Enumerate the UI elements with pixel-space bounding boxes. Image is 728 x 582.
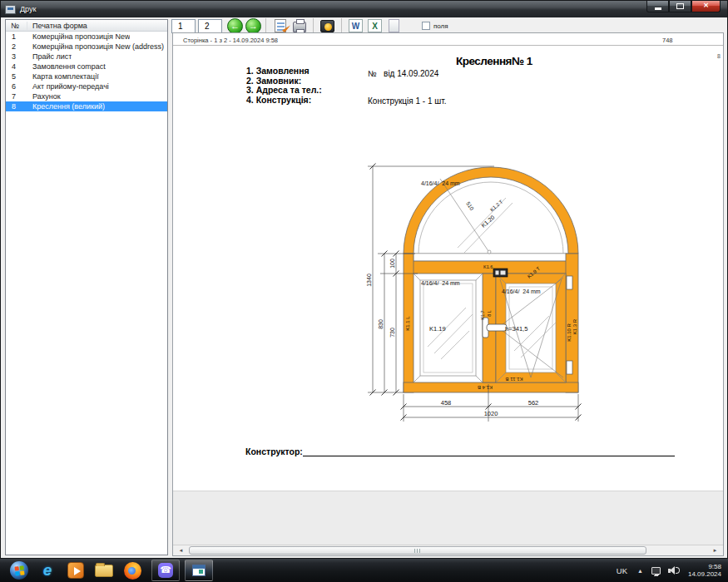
printer-icon: [293, 22, 306, 32]
label-k1-3r: K1.3 R: [572, 318, 577, 334]
print-dialog-window: Друк ✕ № Печатна форма 1Комерційна пропо…: [0, 0, 728, 559]
order-number-line: № від 14.09.2024: [368, 69, 438, 78]
list-item[interactable]: 6Акт прийому-передачі: [6, 81, 167, 91]
media-player-taskbar-button[interactable]: [62, 560, 90, 581]
list-item[interactable]: 4Замовлення compact: [6, 62, 167, 72]
horizontal-scrollbar[interactable]: ◄ ►: [173, 545, 723, 555]
active-app-taskbar-button[interactable]: [185, 560, 213, 581]
excel-export-button[interactable]: X: [366, 17, 384, 34]
glass-label-arch: 4/16/4/ 24 mm: [421, 180, 460, 186]
image-icon: [320, 20, 334, 32]
dim-label-830: 830: [378, 319, 384, 329]
list-item[interactable]: 3Прайс лист: [6, 52, 167, 62]
word-icon: W: [349, 19, 363, 32]
folder-icon: [95, 565, 113, 577]
side-marker: 8: [717, 53, 721, 59]
document-field-list: 1. Замовлення 2. Замовник: 3. Адреса та …: [246, 67, 322, 105]
taskbar: e ☎ UK ▲ 9:58 14.09.2024: [0, 559, 728, 582]
maximize-button[interactable]: [669, 1, 691, 12]
page-icon: [389, 19, 399, 32]
ie-taskbar-button[interactable]: e: [33, 560, 62, 581]
left-pane: [414, 274, 483, 382]
list-item-selected[interactable]: 8Креслення (великий): [6, 101, 167, 111]
label-k1-19: K1.19: [429, 325, 446, 333]
scrollbar-thumb[interactable]: [189, 546, 646, 555]
tray-expand-icon[interactable]: ▲: [637, 568, 643, 574]
label-handle-height: h=341,5: [505, 325, 527, 333]
prev-page-button[interactable]: ←: [227, 18, 243, 34]
document-title: Креслення№ 1: [456, 55, 532, 67]
app-icon: [5, 5, 16, 14]
header-form: Печатна форма: [27, 22, 87, 30]
network-tray-icon[interactable]: [651, 567, 661, 575]
glass-label-right: 4/16/4/ 24 mm: [502, 289, 541, 294]
constructor-label: Конструктор:: [245, 446, 303, 456]
dim-label-730: 730: [389, 328, 395, 338]
label-k1-7: K1.7: [480, 310, 485, 319]
scroll-left-arrow[interactable]: ◄: [175, 546, 187, 555]
start-button[interactable]: [5, 560, 33, 581]
dim-label-1020: 1020: [484, 410, 498, 417]
hardware-badge: [493, 269, 508, 277]
report-designer-button[interactable]: [271, 17, 289, 34]
preview-toolbar: ← → W X поля: [171, 17, 723, 34]
next-page-button[interactable]: →: [245, 18, 261, 34]
plain-page-button[interactable]: [385, 17, 403, 34]
list-item[interactable]: 7Рахунок: [6, 91, 167, 101]
tray-clock[interactable]: 9:58 14.09.2024: [688, 563, 721, 578]
construction-line: Конструкція 1 - 1 шт.: [368, 96, 447, 106]
list-item[interactable]: 5Карта комплектації: [6, 72, 167, 81]
firefox-taskbar-button[interactable]: [118, 560, 146, 581]
fields-checkbox[interactable]: [422, 22, 430, 30]
header-num: №: [6, 22, 27, 30]
viber-taskbar-button[interactable]: ☎: [151, 560, 180, 581]
page-total-input[interactable]: [198, 19, 222, 33]
print-forms-list: № Печатна форма 1Комерційна пропозиція N…: [5, 19, 168, 555]
explorer-taskbar-button[interactable]: [90, 560, 118, 581]
window-title: Друк: [20, 5, 36, 13]
label-k1-11b: K1.11 B: [506, 377, 523, 382]
glass-label-left: 4/16/4/ 24 mm: [421, 280, 460, 286]
excel-icon: X: [368, 19, 382, 32]
page-end-area: [173, 491, 723, 546]
label-k1-1l: K1.1 L: [405, 316, 410, 331]
title-bar[interactable]: Друк ✕: [1, 1, 727, 17]
label-k1-6: K1.6: [483, 264, 493, 269]
list-header: № Печатна форма: [6, 20, 167, 32]
firefox-icon: [124, 562, 141, 580]
windows-flag-icon: [14, 565, 24, 575]
order-counter: 748: [662, 37, 673, 44]
clock-time: 9:58: [688, 563, 721, 570]
image-export-button[interactable]: [319, 17, 336, 34]
clock-date: 14.09.2024: [688, 570, 721, 578]
page-status: Сторінка - 1 з 2 - 14.09.2024 9:58: [183, 37, 278, 44]
page-current-input[interactable]: [171, 19, 196, 33]
label-k1-10r: K1.10 R: [567, 323, 572, 341]
ie-icon: e: [43, 561, 52, 580]
label-8l: 8 L: [487, 310, 492, 317]
scroll-right-arrow[interactable]: ►: [709, 546, 721, 555]
close-button[interactable]: ✕: [691, 1, 721, 12]
label-k1-4b: K1.4 B: [478, 385, 493, 390]
dim-label-1340: 1340: [366, 274, 372, 287]
viber-icon: ☎: [158, 563, 173, 578]
print-button[interactable]: [290, 17, 308, 34]
volume-tray-icon[interactable]: [668, 566, 678, 575]
report-designer-icon: [275, 19, 286, 32]
media-player-icon: [67, 562, 84, 579]
language-indicator[interactable]: UK: [617, 566, 627, 575]
word-export-button[interactable]: W: [347, 17, 364, 34]
window-drawing: 4/16/4/ 24 mm 510 K1.2 T K1.20 K1.6 K1.9…: [359, 151, 601, 426]
constructor-signature-row: Конструктор:: [245, 446, 675, 456]
minimize-button[interactable]: [646, 1, 669, 12]
dim-label-562: 562: [528, 399, 539, 407]
print-app-icon: [192, 565, 206, 576]
dim-label-100: 100: [389, 259, 395, 269]
signature-line: [303, 446, 675, 456]
list-item[interactable]: 1Комерційна пропозиція New: [6, 32, 167, 42]
dim-label-458: 458: [441, 399, 452, 407]
print-preview: Сторінка - 1 з 2 - 14.09.2024 9:58 748 8…: [172, 32, 724, 556]
fields-checkbox-label: поля: [433, 22, 448, 30]
list-item[interactable]: 2Комерційна пропозиція New (address): [6, 42, 167, 52]
